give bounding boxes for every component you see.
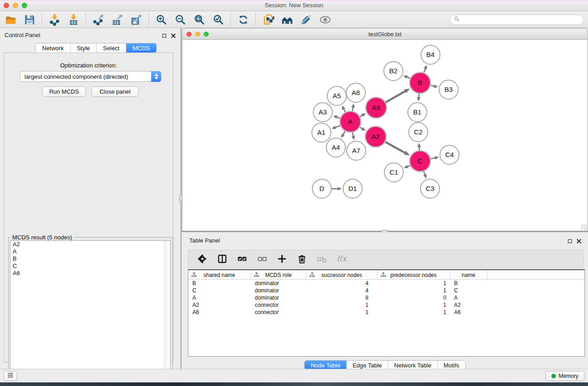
cell-MCDS-role[interactable]: connector [251,309,306,316]
float-table-panel-icon[interactable] [567,238,573,246]
edge-A-A7[interactable] [353,133,354,136]
cell-shared-name[interactable]: A [188,294,251,301]
zoom-fit-content-button[interactable] [192,13,206,26]
delete-table-button[interactable] [315,252,329,266]
task-history-button[interactable] [4,371,17,381]
column-header-MCDS-role[interactable]: MCDS role [251,270,306,280]
close-panel-icon[interactable] [171,32,176,40]
cell-MCDS-role[interactable]: dominator [251,294,306,301]
hide-graphics-details-button[interactable] [299,13,313,26]
mcds-result-item[interactable]: A2 [10,241,170,248]
cell-successor-nodes[interactable]: 4 [306,280,378,287]
cell-MCDS-role[interactable]: connector [251,301,306,309]
table-row[interactable]: Cdominator41C [188,287,584,294]
node-table[interactable]: shared nameMCDS rolesuccessor nodesprede… [188,269,585,357]
refresh-network-button[interactable] [236,13,250,26]
tab-motifs[interactable]: Motifs [438,361,465,370]
cell-predecessor-nodes[interactable]: 0 [378,294,450,301]
network-graph[interactable]: B4B2BB3A8A5A6A3B1AA1C2A2A4A7CC4C1C3DD1 [182,40,588,230]
new-network-from-selection-button[interactable] [261,13,275,26]
show-graphics-details-button[interactable] [318,13,332,26]
optimization-criterion-select[interactable]: largest connected component (directed) [20,71,161,82]
edge-B-B3[interactable] [430,86,434,86]
mcds-result-list[interactable]: A2ABCA6 [10,240,171,385]
mcds-result-item[interactable]: A [10,248,170,255]
cell-shared-name[interactable]: C [188,287,251,294]
column-header-successor-nodes[interactable]: successor nodes [306,270,378,280]
save-session-button[interactable] [23,13,36,26]
edge-B-B4[interactable] [424,69,425,73]
zoom-in-button[interactable] [154,13,168,26]
select-all-button[interactable] [235,252,249,266]
column-header-predecessor-nodes[interactable]: predecessor nodes [378,270,450,280]
cell-name[interactable]: B [450,280,488,287]
network-canvas[interactable]: B4B2BB3A8A5A6A3B1AA1C2A2A4A7CC4C1C3DD1 [182,40,588,231]
cell-successor-nodes[interactable]: 1 [306,301,378,309]
deselect-all-button[interactable] [255,252,269,266]
list-scrollbar[interactable] [164,241,170,384]
tab-network[interactable]: Network [36,43,71,52]
cell-name[interactable]: A6 [450,309,488,316]
edge-A-A6[interactable] [360,115,362,117]
cell-predecessor-nodes[interactable]: 1 [378,287,450,294]
cell-name[interactable]: A [450,294,488,301]
mcds-result-item[interactable]: C [10,262,170,270]
cell-successor-nodes[interactable]: 1 [306,309,378,316]
cell-MCDS-role[interactable]: dominator [251,280,306,287]
cell-predecessor-nodes[interactable]: 1 [378,280,450,287]
cell-shared-name[interactable]: A6 [188,309,251,316]
import-table-button[interactable] [67,13,80,26]
edge-C-C1[interactable] [407,165,410,166]
cell-predecessor-nodes[interactable]: 1 [378,309,450,316]
edge-A6-B[interactable] [386,91,405,102]
tab-edge-table[interactable]: Edge Table [347,361,388,370]
float-panel-icon[interactable] [162,32,167,40]
cell-successor-nodes[interactable]: 4 [306,287,378,294]
first-neighbors-button[interactable] [280,13,294,26]
column-header-shared-name[interactable]: shared name [188,270,251,280]
zoom-out-button[interactable] [173,13,187,26]
edge-C-C4[interactable] [430,158,435,159]
edge-A-A5[interactable] [344,109,345,112]
cell-MCDS-role[interactable]: dominator [251,287,306,294]
cell-name[interactable]: A2 [450,301,488,309]
edge-B-B2[interactable] [407,77,410,78]
open-session-button[interactable] [4,13,17,26]
import-network-button[interactable] [48,13,61,26]
cell-shared-name[interactable]: A2 [188,301,251,309]
equation-builder-button[interactable]: f(x) [335,252,349,266]
edge-A-A8[interactable] [352,107,353,111]
edge-A-A1[interactable] [335,125,340,127]
tab-mcds[interactable]: MCDS [126,43,156,52]
tab-style[interactable]: Style [71,43,97,52]
tab-node-table[interactable]: Node Table [305,361,347,370]
tab-network-table[interactable]: Network Table [388,361,438,370]
mcds-result-item[interactable]: A6 [10,270,170,277]
edge-B-B1[interactable] [419,94,419,97]
export-table-button[interactable] [110,13,124,26]
close-table-panel-icon[interactable] [576,238,582,246]
edge-A2-C[interactable] [385,142,405,153]
table-settings-button[interactable] [196,252,209,266]
delete-columns-button[interactable] [295,252,309,266]
export-network-button[interactable] [91,13,105,26]
export-image-button[interactable] [129,13,143,26]
cell-predecessor-nodes[interactable]: 1 [378,301,450,309]
tab-select[interactable]: Select [97,43,126,52]
cell-successor-nodes[interactable]: 8 [306,294,378,301]
zoom-selected-button[interactable] [211,13,225,26]
cell-name[interactable]: C [450,287,488,294]
table-row[interactable]: A6connector11A6 [188,309,584,316]
column-header-name[interactable]: name [450,270,488,280]
close-panel-button[interactable]: Close panel [91,86,139,97]
edge-C-C3[interactable] [424,172,425,175]
mcds-result-item[interactable]: B [10,255,170,262]
table-row[interactable]: Bdominator41B [188,280,584,287]
memory-button[interactable]: Memory [545,371,584,381]
table-row[interactable]: A2connector11A2 [188,301,584,309]
search-field[interactable] [450,14,584,25]
window-resize-grip[interactable] [581,224,587,230]
edge-A-A3[interactable] [337,117,340,118]
edge-A-A4[interactable] [343,131,345,134]
search-input[interactable] [460,16,583,24]
